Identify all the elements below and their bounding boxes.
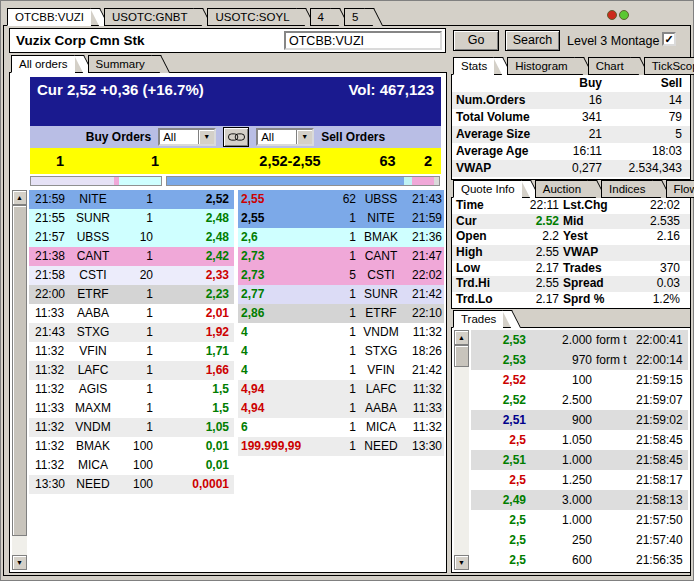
trade-row: 2,52 100 21:59:15 bbox=[471, 370, 688, 390]
buy-filter-select[interactable]: All ▼ bbox=[158, 128, 216, 146]
scroll-up-icon[interactable]: ▲ bbox=[454, 330, 469, 345]
search-button[interactable]: Search bbox=[505, 30, 560, 51]
bid-size: 1 bbox=[117, 342, 153, 361]
bid-market-maker: NEED bbox=[69, 475, 117, 494]
window-control-green[interactable] bbox=[619, 10, 629, 20]
book-scrollbar-thumb[interactable] bbox=[12, 205, 27, 536]
chevron-down-icon[interactable]: ▼ bbox=[198, 130, 214, 144]
trades-scrollbar-thumb[interactable] bbox=[454, 345, 469, 367]
quote-value: 2.52 bbox=[500, 214, 559, 230]
trades-scrollbar-track[interactable] bbox=[454, 367, 469, 555]
quote-value: 1.2% bbox=[623, 292, 690, 308]
ask-row[interactable]: 2,55 62 UBSS 21:43 bbox=[238, 190, 444, 209]
ask-time: 22:02 bbox=[406, 266, 444, 285]
stats-sell-value: 18:03 bbox=[602, 143, 690, 160]
bid-row[interactable]: 21:59 NITE 1 2,52 bbox=[29, 190, 234, 209]
ask-row[interactable]: 4,94 1 AABA 11:33 bbox=[238, 399, 444, 418]
quote-tab[interactable]: Auction bbox=[535, 180, 588, 198]
quote-tab[interactable]: Quote Info bbox=[453, 180, 522, 198]
workspace-tab[interactable]: OTCBB:VUZI bbox=[7, 8, 91, 26]
ask-row[interactable]: 4 1 VNDM 11:32 bbox=[238, 323, 444, 342]
quote-row: Trd.Hi 2.55 Spread 0.03 bbox=[452, 276, 690, 292]
bid-time: 11:32 bbox=[29, 418, 69, 437]
stats-tab[interactable]: TickScope bbox=[644, 57, 694, 75]
book-scrollbar-track[interactable] bbox=[12, 536, 27, 555]
scroll-down-icon[interactable]: ▼ bbox=[454, 555, 469, 570]
trade-price: 2,5 bbox=[471, 550, 526, 570]
inside-quote-cell: 1 bbox=[30, 153, 90, 169]
trades-tab[interactable]: Trades bbox=[453, 310, 503, 328]
quote-value: 2.17 bbox=[500, 292, 559, 308]
ask-row[interactable]: 199.999,99 1 NEED 13:30 bbox=[238, 437, 444, 456]
ask-row[interactable]: 2,73 1 CANT 21:47 bbox=[238, 247, 444, 266]
bid-row[interactable]: 11:32 AGIS 1 1,5 bbox=[29, 380, 234, 399]
orders-tab[interactable]: All orders bbox=[11, 55, 75, 73]
trades-tab-label: Trades bbox=[461, 313, 496, 325]
chevron-down-icon[interactable]: ▼ bbox=[296, 130, 312, 144]
trade-time: 21:58:45 bbox=[636, 430, 691, 450]
bid-row[interactable]: 11:32 MICA 100 0,01 bbox=[29, 456, 234, 475]
ask-price: 4 bbox=[238, 342, 292, 361]
ask-row[interactable]: 4,94 1 LAFC 11:32 bbox=[238, 380, 444, 399]
workspace-tab[interactable]: 5 bbox=[344, 8, 365, 26]
workspace-tab-label: USOTC:GNBT bbox=[112, 11, 187, 23]
ask-row[interactable]: 2,6 1 BMAK 21:36 bbox=[238, 228, 444, 247]
ask-row[interactable]: 2,86 1 ETRF 22:10 bbox=[238, 304, 444, 323]
bid-row[interactable]: 11:32 BMAK 100 0,01 bbox=[29, 437, 234, 456]
trade-condition-flag: form t bbox=[592, 350, 636, 370]
bid-row[interactable]: 22:00 ETRF 1 2,23 bbox=[29, 285, 234, 304]
bid-market-maker: AABA bbox=[69, 304, 117, 323]
quote-label: High bbox=[452, 245, 500, 261]
ask-row[interactable]: 6 1 MICA 11:32 bbox=[238, 418, 444, 437]
ask-row[interactable]: 4 1 VFIN 21:42 bbox=[238, 361, 444, 380]
bid-size: 1 bbox=[117, 190, 153, 209]
workspace-tab[interactable]: 4 bbox=[310, 8, 331, 26]
stats-tab[interactable]: Chart bbox=[588, 57, 631, 75]
scroll-up-icon[interactable]: ▲ bbox=[12, 190, 27, 205]
ask-row[interactable]: 4 1 STXG 18:26 bbox=[238, 342, 444, 361]
bid-row[interactable]: 11:33 AABA 1 2,01 bbox=[29, 304, 234, 323]
ask-price: 2,73 bbox=[238, 266, 292, 285]
orders-tab[interactable]: Summary bbox=[88, 55, 152, 73]
bid-row[interactable]: 13:30 NEED 100 0,0001 bbox=[29, 475, 234, 494]
stats-label: Average Size bbox=[452, 126, 552, 143]
quote-label: Trd.Hi bbox=[452, 276, 500, 292]
quote-tab[interactable]: Indices bbox=[601, 180, 652, 198]
bid-row[interactable]: 21:57 UBSS 10 2,48 bbox=[29, 228, 234, 247]
bid-row[interactable]: 21:43 STXG 1 1,92 bbox=[29, 323, 234, 342]
stats-tab[interactable]: Histogram bbox=[507, 57, 574, 75]
ask-row[interactable]: 2,73 5 CSTI 22:02 bbox=[238, 266, 444, 285]
workspace-tab[interactable]: USOTC:SOYL bbox=[207, 8, 296, 26]
stats-row: Average Age 16:11 18:03 bbox=[452, 143, 690, 160]
bid-row[interactable]: 21:58 CSTI 20 2,33 bbox=[29, 266, 234, 285]
workspace-tab-label: OTCBB:VUZI bbox=[15, 11, 84, 23]
window-control-red[interactable] bbox=[607, 10, 617, 20]
stats-tab[interactable]: Stats bbox=[453, 57, 494, 75]
inside-quote-cell: 1 bbox=[90, 153, 220, 169]
bid-row[interactable]: 11:32 VFIN 1 1,71 bbox=[29, 342, 234, 361]
stats-header-row: Buy Sell bbox=[452, 75, 690, 92]
bid-row[interactable]: 11:33 MAXM 1 1,5 bbox=[29, 399, 234, 418]
ask-row[interactable]: 2,55 1 NITE 21:59 bbox=[238, 209, 444, 228]
symbol-input[interactable] bbox=[284, 31, 442, 50]
bid-row[interactable]: 11:32 LAFC 1 1,66 bbox=[29, 361, 234, 380]
level3-checkbox[interactable]: ✓ bbox=[662, 32, 676, 46]
stats-sell-value: 79 bbox=[602, 109, 690, 126]
bid-price: 2,52 bbox=[153, 190, 234, 209]
bid-size: 1 bbox=[117, 247, 153, 266]
scroll-down-icon[interactable]: ▼ bbox=[12, 555, 27, 570]
book-scrollbar: ▲ ▼ bbox=[12, 190, 27, 570]
sell-filter-select[interactable]: All ▼ bbox=[256, 128, 314, 146]
link-filters-button[interactable] bbox=[223, 127, 249, 147]
quote-row: Open 2.2 Yest 2.16 bbox=[452, 229, 690, 245]
bid-row[interactable]: 11:32 VNDM 1 1,05 bbox=[29, 418, 234, 437]
go-button[interactable]: Go bbox=[453, 30, 499, 51]
trade-time: 21:56:35 bbox=[636, 550, 691, 570]
ask-row[interactable]: 2,77 1 SUNR 21:42 bbox=[238, 285, 444, 304]
workspace-tab[interactable]: USOTC:GNBT bbox=[104, 8, 194, 26]
bid-market-maker: VFIN bbox=[69, 342, 117, 361]
quote-tab[interactable]: Flow bbox=[666, 180, 694, 198]
bid-row[interactable]: 21:55 SUNR 1 2,48 bbox=[29, 209, 234, 228]
trade-row: 2,53 970 form t 22:00:14 bbox=[471, 350, 688, 370]
bid-row[interactable]: 21:38 CANT 1 2,42 bbox=[29, 247, 234, 266]
